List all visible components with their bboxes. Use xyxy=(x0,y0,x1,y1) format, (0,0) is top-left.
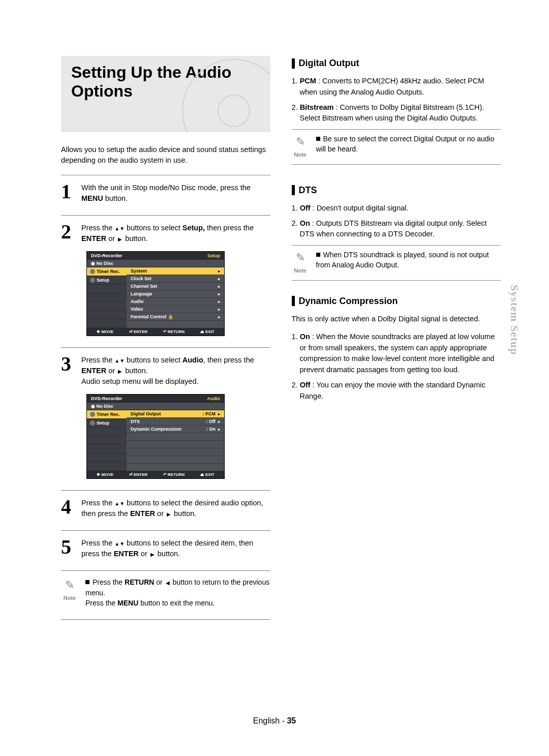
section-heading-digital-output: Digital Output xyxy=(292,58,501,69)
osd-nav-item: Timer Rec. xyxy=(87,267,127,276)
divider xyxy=(61,570,270,571)
divider xyxy=(61,215,270,216)
divider xyxy=(292,245,501,246)
title-box: Setting Up the Audio Options xyxy=(61,56,270,132)
return-hint: ↶ RETURN xyxy=(163,472,185,477)
divider xyxy=(61,530,270,531)
pencil-icon: ✎ xyxy=(296,250,305,266)
triangle-down-icon xyxy=(119,356,125,364)
step-text: Press the buttons to select Audio, then … xyxy=(81,354,270,387)
section-tab: System Setup xyxy=(508,285,521,355)
step-number: 1 xyxy=(61,182,78,204)
osd-screenshot-setup: DVD-Recorder Setup ◉ No Disc Timer Rec. … xyxy=(86,251,225,336)
triangle-down-icon xyxy=(119,224,125,232)
heading-bar-icon xyxy=(292,58,295,69)
list-item: 2. On : Outputs DTS Bitstream via digita… xyxy=(300,218,501,240)
note-icon: ✎ Note xyxy=(292,134,309,159)
pencil-icon: ✎ xyxy=(296,134,305,150)
note-block: ✎ Note When DTS soundtrack is played, so… xyxy=(292,250,501,275)
section-intro: This is only active when a Dolby Digital… xyxy=(292,314,501,324)
section-heading-dynamic-compression: Dynamic Compression xyxy=(292,296,501,307)
note-icon: ✎ Note xyxy=(292,250,309,275)
osd-menu-item: Dynamic Compressiom: On ▸ xyxy=(127,426,224,433)
divider xyxy=(292,164,501,165)
osd-subheader: ◉ No Disc xyxy=(87,260,224,267)
triangle-right-icon xyxy=(149,550,156,558)
osd-right-list: Digital Output: PCM ▸ DTS: Off ▸ Dynamic… xyxy=(127,410,224,471)
clock-icon xyxy=(90,269,95,274)
two-column-layout: Setting Up the Audio Options Allows you … xyxy=(61,56,501,626)
section-title: Digital Output xyxy=(299,58,359,69)
osd-title-right: Setup xyxy=(207,253,220,258)
divider xyxy=(61,490,270,491)
triangle-up-icon xyxy=(114,356,119,364)
step-number: 2 xyxy=(61,222,78,244)
triangle-left-icon xyxy=(165,578,171,586)
heading-bar-icon xyxy=(292,296,295,306)
option-list: 1. PCM : Converts to PCM(2CH) 48kHz audi… xyxy=(292,76,501,124)
list-item: 1. On : When the Movie soundtracks are p… xyxy=(300,331,501,376)
note-block: ✎ Note Press the RETURN or button to ret… xyxy=(61,577,270,608)
heading-bar-icon xyxy=(292,185,295,195)
gear-icon xyxy=(90,278,95,283)
gear-icon xyxy=(90,420,95,426)
list-item: 1. PCM : Converts to PCM(2CH) 48kHz audi… xyxy=(300,76,501,98)
osd-header: DVD-Recorder Setup xyxy=(87,252,224,260)
divider xyxy=(61,175,270,175)
step-3: 3 Press the buttons to select Audio, the… xyxy=(61,354,270,387)
list-item: 2. Off : You can enjoy the movie with th… xyxy=(300,380,501,402)
enter-hint: ⏎ ENTER xyxy=(129,472,147,477)
exit-hint: ⏏ EXIT xyxy=(200,329,215,334)
move-hint: ✥ MOVE xyxy=(97,329,113,334)
triangle-right-icon xyxy=(117,234,123,243)
triangle-up-icon xyxy=(114,224,119,232)
triangle-down-icon xyxy=(119,539,125,547)
step-text: Press the buttons to select the desired … xyxy=(81,537,270,559)
divider xyxy=(61,347,270,348)
step-text: With the unit in Stop mode/No Disc mode,… xyxy=(81,182,270,204)
note-text: Press the RETURN or button to return to … xyxy=(85,577,270,608)
osd-menu-item: System▸ xyxy=(127,267,224,275)
divider xyxy=(61,619,270,620)
osd-nav-item: Setup xyxy=(87,276,127,285)
note-block: ✎ Note Be sure to select the correct Dig… xyxy=(292,134,501,159)
osd-nav-item: Timer Rec. xyxy=(87,410,127,419)
list-item: 1. Off : Doesn't output digital signal. xyxy=(300,203,501,214)
osd-title: DVD-Recorder xyxy=(91,253,123,258)
note-icon: ✎ Note xyxy=(61,577,78,602)
list-item: 2. Bitstream : Converts to Dolby Digital… xyxy=(300,102,501,125)
left-column: Setting Up the Audio Options Allows you … xyxy=(61,56,270,626)
note-text: When DTS soundtrack is played, sound is … xyxy=(316,250,501,270)
triangle-up-icon xyxy=(114,539,119,547)
triangle-up-icon xyxy=(114,499,119,507)
manual-page: System Setup Setting Up the Audio Option… xyxy=(0,0,549,756)
section-title: DTS xyxy=(299,185,317,196)
step-number: 4 xyxy=(61,497,78,519)
option-list: 1. Off : Doesn't output digital signal. … xyxy=(292,203,501,240)
osd-menu-item: Digital Output: PCM ▸ xyxy=(127,410,224,418)
return-hint: ↶ RETURN xyxy=(163,329,185,334)
divider xyxy=(292,280,501,281)
section-title: Dynamic Compression xyxy=(299,296,398,307)
triangle-right-icon xyxy=(117,367,123,375)
exit-hint: ⏏ EXIT xyxy=(200,472,215,477)
divider xyxy=(292,129,501,130)
clock-icon xyxy=(90,412,95,417)
osd-footer: ✥ MOVE ⏎ ENTER ↶ RETURN ⏏ EXIT xyxy=(87,471,224,478)
triangle-down-icon xyxy=(119,499,125,507)
step-text: Press the buttons to select the desired … xyxy=(81,497,270,519)
page-footer: English - 35 xyxy=(0,716,549,725)
step-text: Press the buttons to select Setup, then … xyxy=(81,222,270,244)
osd-header: DVD-Recorder Audio xyxy=(87,395,224,403)
step-number: 3 xyxy=(61,354,78,387)
step-4: 4 Press the buttons to select the desire… xyxy=(61,497,270,519)
section-heading-dts: DTS xyxy=(292,185,501,196)
osd-menu-item: Video▸ xyxy=(127,306,224,313)
lock-icon: 🔒 xyxy=(168,314,173,319)
pencil-icon: ✎ xyxy=(65,577,74,593)
osd-screenshot-audio: DVD-Recorder Audio ◉ No Disc Timer Rec. … xyxy=(86,394,225,479)
osd-footer: ✥ MOVE ⏎ ENTER ↶ RETURN ⏏ EXIT xyxy=(87,328,224,336)
step-number: 5 xyxy=(61,537,78,559)
note-text: Be sure to select the correct Digital Ou… xyxy=(316,134,501,155)
step-2: 2 Press the buttons to select Setup, the… xyxy=(61,222,270,244)
